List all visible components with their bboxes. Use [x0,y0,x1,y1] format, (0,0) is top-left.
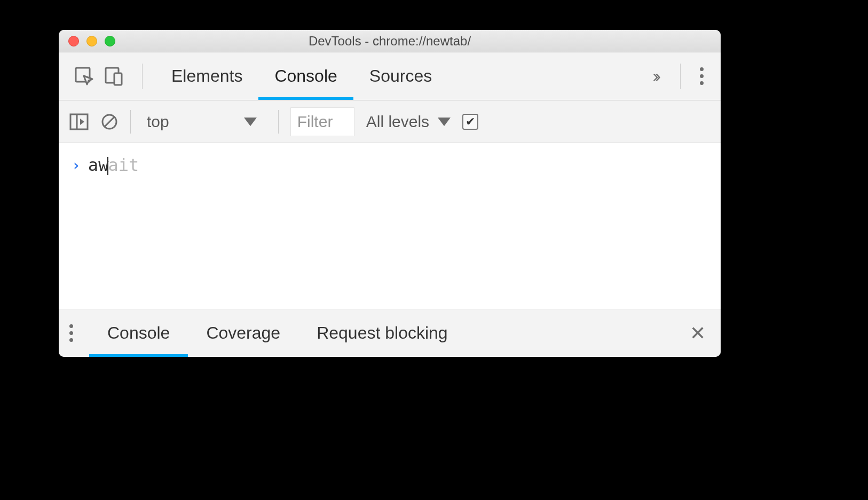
device-toggle-icon[interactable] [99,66,129,87]
filter-input[interactable]: Filter [290,107,354,136]
divider [130,110,131,134]
maximize-window-button[interactable] [105,36,115,46]
clear-console-icon[interactable] [100,113,119,131]
titlebar: DevTools - chrome://newtab/ [59,30,721,52]
drawer-tab-coverage[interactable]: Coverage [188,309,298,357]
tab-sources[interactable]: Sources [353,52,448,100]
drawer: Console Coverage Request blocking ✕ [59,309,721,357]
console-input[interactable]: await [88,155,139,175]
inspect-element-icon[interactable] [69,66,99,87]
tab-elements[interactable]: Elements [155,52,258,100]
window-controls [59,36,115,46]
dropdown-caret-icon [244,118,257,126]
filter-placeholder: Filter [297,113,333,131]
devtools-window: DevTools - chrome://newtab/ Elements Con… [59,30,721,357]
svg-rect-3 [70,114,88,129]
tab-console[interactable]: Console [258,52,353,100]
levels-label: All levels [366,113,429,131]
typed-text: aw [88,155,109,175]
console-toolbar: top Filter All levels ✔ [59,100,721,143]
context-selector[interactable]: top [143,113,257,131]
settings-menu-icon[interactable] [693,67,710,85]
drawer-tab-request-blocking[interactable]: Request blocking [298,309,465,357]
divider [278,110,279,134]
context-label: top [147,113,169,131]
group-similar-checkbox[interactable]: ✔ [462,114,478,130]
svg-rect-2 [114,73,122,85]
dropdown-caret-icon [438,118,451,126]
window-title: DevTools - chrome://newtab/ [59,34,721,49]
drawer-tabs: Console Coverage Request blocking [89,309,685,357]
log-levels-selector[interactable]: All levels [366,113,451,131]
drawer-tab-console[interactable]: Console [89,309,188,357]
divider [680,64,681,89]
main-toolbar: Elements Console Sources ›› [59,52,721,100]
prompt-chevron-icon: › [72,157,81,174]
autocomplete-suggestion: ait [108,155,139,175]
svg-line-6 [105,117,114,127]
toggle-sidebar-icon[interactable] [69,113,89,130]
panel-tabs: Elements Console Sources [155,52,643,100]
console-body[interactable]: › await [59,143,721,309]
more-tabs-icon[interactable]: ›› [643,66,667,86]
minimize-window-button[interactable] [86,36,97,46]
divider [142,64,143,89]
close-window-button[interactable] [68,36,79,46]
close-drawer-icon[interactable]: ✕ [685,322,710,345]
drawer-menu-icon[interactable] [69,324,76,342]
console-prompt-line[interactable]: › await [72,155,708,175]
